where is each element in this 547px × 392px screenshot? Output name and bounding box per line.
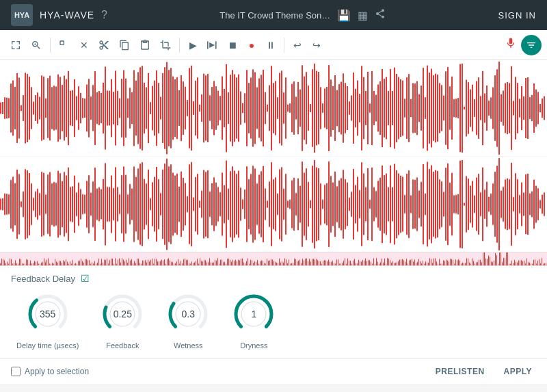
logo: HYA — [11, 4, 33, 26]
undo-button[interactable]: ↩ — [289, 36, 306, 55]
cut-button[interactable] — [95, 36, 113, 55]
knob-feedback-label: Feedback — [106, 341, 139, 350]
waveform-container — [0, 60, 547, 265]
knobs-row: 355 Delay time (µsecs) 0.25 Feedback 0.3… — [11, 292, 536, 350]
knob-group-feedback: 0.25 Feedback — [101, 292, 144, 350]
sep2 — [179, 38, 180, 53]
effects-toggle[interactable]: ☑ — [81, 273, 90, 284]
knob-wetness-label: Wetness — [174, 341, 203, 350]
bottom-actions: PRELISTEN APPLY — [431, 364, 536, 379]
select-tool-button[interactable] — [55, 36, 73, 55]
effects-title: Feedback Delay — [11, 274, 75, 284]
knob-feedback[interactable]: 0.25 — [101, 292, 144, 336]
play-button[interactable]: ▶ — [185, 36, 201, 55]
knob-delay-value: 355 — [40, 309, 55, 319]
sign-in-button[interactable]: SIGN IN — [498, 10, 536, 21]
knob-delay-time[interactable]: 355 — [26, 292, 70, 336]
share-icon[interactable] — [375, 8, 386, 22]
app-header: HYA HYA-WAVE ? The IT Crowd Theme Son… 💾… — [0, 0, 547, 30]
play-selection-button[interactable] — [204, 36, 222, 55]
waveform-bottom-canvas — [0, 157, 547, 252]
fit-view-button[interactable] — [7, 36, 25, 55]
bottom-bar: Apply to selection PRELISTEN APPLY — [0, 358, 547, 384]
effects-panel: Feedback Delay ☑ 355 Delay time (µsecs) … — [0, 265, 547, 358]
waveform-mini[interactable] — [0, 252, 547, 265]
eq-button[interactable] — [521, 35, 542, 55]
pause-button[interactable]: ⏸ — [263, 36, 279, 55]
sep1 — [50, 38, 51, 53]
knob-feedback-value: 0.25 — [114, 309, 132, 319]
svg-marker-2 — [209, 42, 215, 48]
knob-delay-label: Delay time (µsecs) — [16, 341, 79, 350]
knob-wetness-value: 0.3 — [182, 309, 195, 319]
knob-wetness[interactable]: 0.3 — [166, 292, 210, 336]
sep3 — [284, 38, 284, 53]
effects-header: Feedback Delay ☑ — [11, 273, 536, 284]
apply-selection-group: Apply to selection — [11, 367, 89, 376]
paste-button[interactable] — [136, 36, 154, 55]
knob-dryness-label: Dryness — [240, 341, 267, 350]
knob-group-delay: 355 Delay time (µsecs) — [16, 292, 79, 350]
record-button[interactable]: ● — [243, 36, 260, 55]
help-icon[interactable]: ? — [101, 9, 107, 21]
knob-dryness-value: 1 — [251, 309, 256, 319]
header-center: The IT Crowd Theme Son… 💾 ▦ — [219, 8, 386, 22]
svg-rect-0 — [60, 41, 64, 44]
knob-dryness[interactable]: 1 — [232, 292, 276, 336]
copy-button[interactable] — [116, 36, 133, 55]
brand-name: HYA-WAVE — [40, 10, 94, 21]
main-toolbar: ✕ ▶ ⏹ ● ⏸ ↩ ↪ — [0, 30, 547, 60]
crop-button[interactable] — [157, 36, 174, 55]
waveform-top[interactable] — [0, 60, 547, 156]
waveform-bottom[interactable] — [0, 156, 547, 252]
zoom-button[interactable] — [27, 36, 45, 55]
track-title: The IT Crowd Theme Son… — [219, 10, 330, 21]
apply-selection-checkbox[interactable] — [11, 367, 21, 376]
save-icon[interactable]: 💾 — [337, 9, 351, 22]
cloud-icon[interactable]: ▦ — [358, 9, 368, 22]
waveform-mini-canvas — [0, 252, 547, 265]
waveform-top-canvas — [0, 60, 547, 156]
redo-button[interactable]: ↪ — [308, 36, 325, 55]
svg-rect-3 — [215, 41, 217, 49]
knob-group-wetness: 0.3 Wetness — [166, 292, 210, 350]
mic-button[interactable] — [505, 37, 517, 53]
select-all-button[interactable]: ✕ — [76, 36, 92, 55]
knob-group-dryness: 1 Dryness — [232, 292, 276, 350]
apply-button[interactable]: APPLY — [500, 364, 536, 379]
header-left: HYA HYA-WAVE ? — [11, 4, 107, 26]
apply-selection-label: Apply to selection — [25, 367, 89, 376]
prelisten-button[interactable]: PRELISTEN — [431, 364, 489, 379]
stop-button[interactable]: ⏹ — [224, 36, 241, 55]
svg-rect-1 — [207, 41, 209, 49]
